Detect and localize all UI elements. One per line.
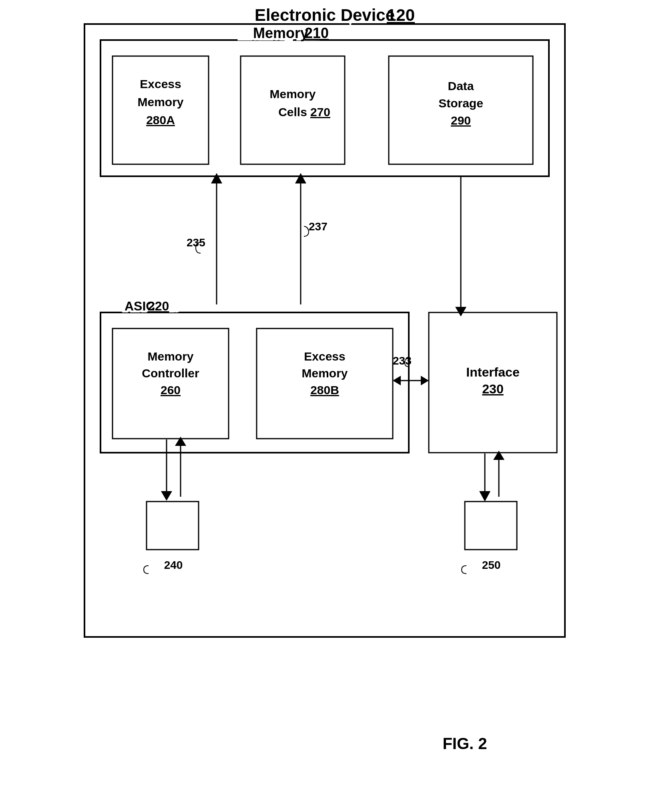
data-storage-rect [389,56,533,164]
box-240-text: 240 [164,559,183,571]
mc-l2-text: Controller [142,367,199,380]
mc-num-text: 260 [160,383,180,397]
mem-title: Memory [253,25,308,41]
excess-mem-a-rect [113,56,209,164]
bracket-240 [144,566,149,574]
arrow-mc-240-up-head [175,437,186,446]
arrow-237-head [295,173,306,183]
mc-l2-cells: Cells [278,105,307,119]
em-a-num: 280A [146,113,175,127]
ed-title-text: Electronic Device [254,6,394,24]
em-b-l1: Excess [304,350,345,363]
ed-number-text: 120 [387,6,415,24]
asic-rect [100,312,409,453]
arrow-233-left-head [393,376,401,385]
mc-num: 270 [310,105,330,119]
em-a-l1: Excess [140,77,181,91]
main-svg: Electronic Device 120 Electronic Device … [44,0,605,781]
arrow-ds-iface-head [455,307,466,316]
asic-num: 220 [148,299,169,313]
em-b-num: 280B [310,383,339,397]
ds-l2: Storage [438,97,483,110]
fig-label: FIG. 2 [442,735,487,752]
label-233: 233 [393,355,412,367]
arrow-233-right-head [421,376,429,385]
mc-l1: Memory [269,87,315,101]
box-250-rect [465,502,517,550]
em-b-l2: Memory [301,367,348,380]
bracket-237 [304,226,309,236]
box-240-rect [147,502,199,550]
mem-number: 210 [305,25,329,41]
ds-l1: Data [448,79,474,93]
arrow-iface-250-down-head [479,491,490,502]
bracket-250 [462,566,466,574]
mc-l1-text: Memory [147,350,193,363]
label-237: 237 [309,220,328,233]
em-a-l2: Memory [137,95,183,109]
ds-num: 290 [450,114,470,127]
arrow-mc-240-down-head [161,491,172,501]
arrow-235-head [211,173,222,183]
arrow-iface-250-up-head [493,451,504,460]
box-250-text: 250 [482,559,500,571]
main-diagram: Electronic Device 120 Electronic Device … [44,0,605,781]
iface-l1: Interface [466,365,519,379]
iface-num: 230 [482,382,503,396]
